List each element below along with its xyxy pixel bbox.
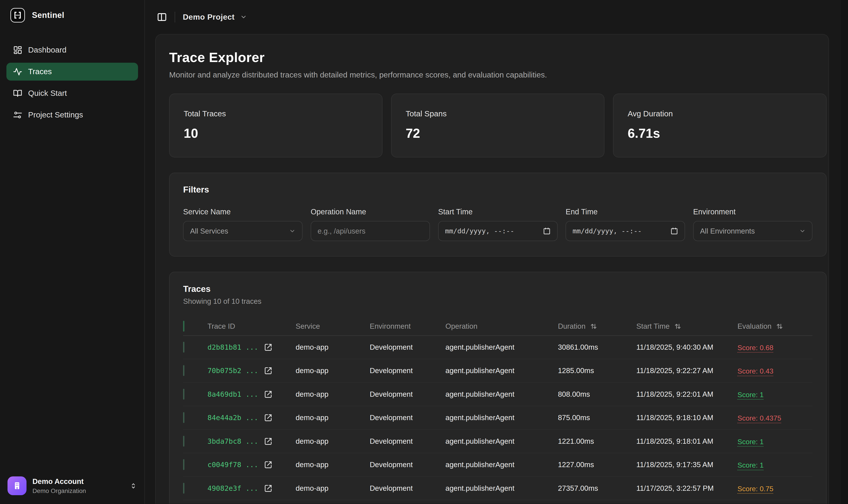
operation-cell: agent.publisherAgent [445, 461, 558, 469]
stat-card-total-spans: Total Spans 72 [391, 94, 604, 157]
start-time-cell: 11/18/2025, 9:22:01 AM [636, 390, 737, 398]
account-switcher[interactable]: Demo Account Demo Organization [0, 470, 144, 504]
trace-id-link[interactable]: 8a469db1 ... [207, 390, 258, 398]
service-cell: demo-app [296, 343, 370, 352]
row-checkbox[interactable] [183, 412, 184, 423]
trace-id-link[interactable]: d2b81b81 ... [207, 343, 258, 352]
sidebar-item-label: Quick Start [28, 89, 67, 98]
sort-icon [776, 323, 783, 330]
sidebar-item-label: Project Settings [28, 110, 83, 120]
row-checkbox[interactable] [183, 342, 184, 353]
service-select[interactable]: All Services [183, 221, 302, 241]
table-row: d2b81b81 ... demo-app Development agent.… [183, 336, 812, 359]
start-time-cell: 11/18/2025, 9:40:30 AM [636, 343, 737, 352]
column-header-trace-id: Trace ID [207, 322, 296, 330]
column-header-evaluation[interactable]: Evaluation [737, 322, 812, 330]
sidebar-item-dashboard[interactable]: Dashboard [6, 41, 138, 59]
book-open-icon [13, 89, 22, 98]
column-header-start-time[interactable]: Start Time [636, 322, 737, 330]
brand-name: Sentinel [32, 11, 64, 20]
row-checkbox[interactable] [183, 459, 184, 470]
table-row: 84e44a2b ... demo-app Development agent.… [183, 406, 812, 430]
project-name: Demo Project [183, 13, 235, 22]
trace-id-link[interactable]: 70b075b2 ... [207, 366, 258, 375]
sort-icon [674, 323, 682, 330]
sidebar-nav: Dashboard Traces Quick Start [0, 30, 144, 124]
project-switcher[interactable]: Demo Project [183, 13, 247, 22]
stat-card-total-traces: Total Traces 10 [169, 94, 383, 157]
sidebar-item-traces[interactable]: Traces [6, 63, 138, 80]
row-checkbox[interactable] [183, 365, 184, 376]
scrollbar[interactable] [841, 0, 848, 504]
filter-operation-name: Operation Name e.g., /api/users [311, 208, 430, 241]
topbar: Demo Project [145, 0, 848, 34]
external-link-icon[interactable] [264, 414, 272, 422]
external-link-icon[interactable] [264, 343, 272, 352]
filter-environment: Environment All Environments [693, 208, 813, 241]
environment-cell: Development [370, 484, 445, 492]
service-cell: demo-app [296, 390, 370, 398]
trace-id-link[interactable]: 3bda7bc8 ... [207, 437, 258, 446]
start-time-input[interactable]: mm/dd/yyyy, --:-- [438, 221, 558, 241]
evaluation-score-link[interactable]: Score: 0.43 [737, 367, 773, 375]
evaluation-score-link[interactable]: Score: 0.4375 [737, 414, 781, 422]
trace-id-link[interactable]: 84e44a2b ... [207, 413, 258, 422]
row-checkbox[interactable] [183, 436, 184, 447]
table-row: c0049f78 ... demo-app Development agent.… [183, 453, 812, 477]
filters-card: Filters Service Name All Services Operat… [169, 173, 826, 257]
account-org: Demo Organization [33, 487, 124, 495]
sidebar-item-label: Dashboard [28, 46, 67, 55]
external-link-icon[interactable] [264, 484, 272, 492]
end-time-input[interactable]: mm/dd/yyyy, --:-- [566, 221, 685, 241]
evaluation-score-link[interactable]: Score: 1 [737, 461, 764, 469]
service-cell: demo-app [296, 413, 370, 422]
start-time-cell: 11/18/2025, 9:18:01 AM [636, 437, 737, 446]
stat-value: 10 [184, 126, 368, 141]
operation-cell: agent.publisherAgent [445, 366, 558, 375]
chevron-up-down-icon [130, 482, 137, 489]
evaluation-score-link[interactable]: Score: 0.68 [737, 344, 773, 352]
evaluation-score-link[interactable]: Score: 0.75 [737, 485, 773, 493]
column-header-duration[interactable]: Duration [558, 322, 636, 330]
evaluation-score-link[interactable]: Score: 1 [737, 438, 764, 446]
external-link-icon[interactable] [264, 461, 272, 469]
page-subtitle: Monitor and analyze distributed traces w… [169, 70, 826, 79]
traces-table: Trace ID Service Environment Operation D… [183, 317, 812, 500]
sidebar-item-quick-start[interactable]: Quick Start [6, 84, 138, 102]
external-link-icon[interactable] [264, 437, 272, 446]
row-checkbox[interactable] [183, 483, 184, 493]
trace-id-link[interactable]: 49082e3f ... [207, 484, 258, 492]
environment-select-value: All Environments [700, 227, 799, 235]
external-link-icon[interactable] [264, 390, 272, 398]
operation-input[interactable]: e.g., /api/users [311, 221, 430, 241]
calendar-icon[interactable] [670, 227, 678, 235]
content-panel: Trace Explorer Monitor and analyze distr… [155, 34, 829, 504]
environment-cell: Development [370, 366, 445, 375]
column-header-operation: Operation [445, 322, 558, 330]
table-row: 8a469db1 ... demo-app Development agent.… [183, 383, 812, 407]
environment-cell: Development [370, 461, 445, 469]
calendar-icon[interactable] [543, 227, 550, 235]
service-cell: demo-app [296, 366, 370, 375]
sort-icon [590, 323, 597, 330]
table-row: 49082e3f ... demo-app Development agent.… [183, 477, 812, 501]
column-header-environment: Environment [370, 322, 445, 330]
start-time-placeholder: mm/dd/yyyy, --:-- [445, 227, 543, 235]
traces-title: Traces [183, 284, 812, 294]
service-cell: demo-app [296, 461, 370, 469]
sidebar-item-project-settings[interactable]: Project Settings [6, 106, 138, 124]
stat-label: Avg Duration [628, 109, 812, 118]
column-header-service: Service [296, 322, 370, 330]
external-link-icon[interactable] [264, 367, 272, 375]
row-checkbox[interactable] [183, 389, 184, 400]
page-title: Trace Explorer [169, 50, 826, 65]
environment-select[interactable]: All Environments [693, 221, 813, 241]
operation-cell: agent.publisherAgent [445, 484, 558, 492]
sidebar-toggle-button[interactable] [157, 12, 167, 22]
stats-row: Total Traces 10 Total Spans 72 Avg Durat… [169, 94, 826, 157]
start-time-cell: 11/18/2025, 9:18:10 AM [636, 413, 737, 422]
select-all-checkbox[interactable] [183, 321, 184, 331]
trace-id-link[interactable]: c0049f78 ... [207, 461, 258, 469]
evaluation-score-link[interactable]: Score: 1 [737, 391, 764, 399]
operation-cell: agent.publisherAgent [445, 437, 558, 446]
